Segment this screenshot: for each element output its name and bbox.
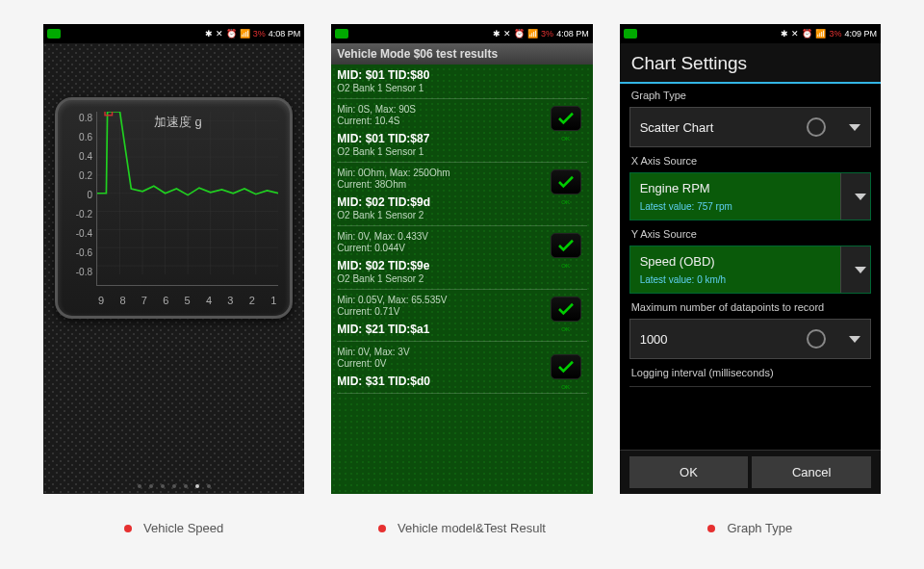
chevron-down-icon <box>855 267 866 273</box>
plot-area <box>96 112 278 286</box>
test-result-item[interactable]: MID: $21 TID:$a1Min: 0V, Max: 3VCurrent:… <box>337 319 586 371</box>
y-axis-value: Speed (OBD) <box>640 254 715 269</box>
alarm-icon: ⏰ <box>226 29 237 39</box>
page-dots[interactable] <box>43 484 304 488</box>
signal-icon: 📶 <box>527 29 538 39</box>
caption-text: Vehicle Speed <box>143 521 223 535</box>
battery-level: 3% <box>541 29 553 39</box>
max-points-label: Maximum number of datapoints to record <box>620 296 881 317</box>
bullet-icon <box>707 525 715 532</box>
max-points-value: 1000 <box>640 332 668 347</box>
graph-type-value: Scatter Chart <box>640 120 714 135</box>
bluetooth-icon: ✱ <box>205 29 213 39</box>
y-axis-latest: Latest value: 0 km/h <box>640 274 727 285</box>
alarm-icon: ⏰ <box>802 29 812 39</box>
phone-test-results: ✱ ✕ ⏰ 📶 3% 4:08 PM Vehicle Mode $06 test… <box>331 24 592 494</box>
screen-title: Vehicle Mode $06 test results <box>331 43 592 65</box>
mute-icon: ✕ <box>216 29 223 39</box>
status-bar: ✱ ✕ ⏰ 📶 3% 4:08 PM <box>43 24 304 43</box>
clock: 4:09 PM <box>844 29 877 39</box>
y-axis-labels: 0.80.60.40.20-0.2-0.4-0.6-0.8 <box>67 108 96 281</box>
caption-1: Vehicle Speed <box>43 521 304 535</box>
graph-type-select[interactable]: Scatter Chart <box>629 107 871 147</box>
app-icon <box>335 29 348 39</box>
x-axis-labels: 987654321 <box>98 295 276 306</box>
graph-type-label: Graph Type <box>620 84 881 105</box>
x-axis-label: X Axis Source <box>620 149 881 170</box>
battery-level: 3% <box>829 29 841 39</box>
app-icon <box>624 29 637 39</box>
test-result-list[interactable]: MID: $01 TID:$80O2 Bank 1 Sensor 1Min: 0… <box>331 65 592 401</box>
cancel-button[interactable]: Cancel <box>752 456 871 488</box>
app-icon <box>47 29 61 39</box>
caption-text: Vehicle model&Test Result <box>398 521 546 535</box>
battery-level: 3% <box>253 29 266 39</box>
phone-vehicle-speed: ✱ ✕ ⏰ 📶 3% 4:08 PM 加速度 g 0.80.60.40.20-0… <box>43 24 304 494</box>
caption-text: Graph Type <box>727 521 792 535</box>
caption-2: Vehicle model&Test Result <box>331 521 592 535</box>
mute-icon: ✕ <box>791 29 799 39</box>
clock: 4:08 PM <box>269 29 301 39</box>
dialog-title: Chart Settings <box>620 43 881 84</box>
test-result-item[interactable]: MID: $02 TID:$9eO2 Bank 1 Sensor 2Min: 0… <box>337 255 586 319</box>
chevron-down-icon <box>849 336 860 343</box>
mute-icon: ✕ <box>503 29 511 39</box>
test-result-item[interactable]: MID: $31 TID:$d0 <box>337 371 586 401</box>
chevron-down-icon <box>849 124 860 131</box>
radio-icon <box>807 117 826 137</box>
bluetooth-icon: ✱ <box>493 29 500 39</box>
ok-button[interactable]: OK <box>629 456 749 488</box>
x-axis-latest: Latest value: 757 rpm <box>640 201 732 212</box>
bullet-icon <box>378 525 386 532</box>
test-result-item[interactable]: MID: $02 TID:$9dO2 Bank 1 Sensor 2Min: 0… <box>337 192 586 255</box>
radio-icon <box>807 329 826 349</box>
x-axis-select[interactable]: Engine RPM Latest value: 757 rpm <box>629 172 871 220</box>
acceleration-chart: 加速度 g 0.80.60.40.20-0.2-0.4-0.6-0.8 9876… <box>55 97 293 319</box>
status-bar: ✱ ✕ ⏰ 📶 3% 4:09 PM <box>620 24 881 43</box>
test-result-item[interactable]: MID: $01 TID:$80O2 Bank 1 Sensor 1Min: 0… <box>337 65 586 128</box>
dialog-buttons: OK Cancel <box>620 450 881 494</box>
signal-icon: 📶 <box>240 29 250 39</box>
status-bar: ✱ ✕ ⏰ 📶 3% 4:08 PM <box>331 24 592 43</box>
test-result-item[interactable]: MID: $01 TID:$87O2 Bank 1 Sensor 1Min: 0… <box>337 128 586 192</box>
x-axis-value: Engine RPM <box>640 181 710 195</box>
y-axis-label: Y Axis Source <box>620 222 881 244</box>
bullet-icon <box>124 525 132 532</box>
y-axis-select[interactable]: Speed (OBD) Latest value: 0 km/h <box>629 246 871 294</box>
signal-icon: 📶 <box>815 29 826 39</box>
clock: 4:08 PM <box>556 29 589 39</box>
phone-chart-settings: ✱ ✕ ⏰ 📶 3% 4:09 PM Chart Settings Graph … <box>620 24 881 494</box>
caption-3: Graph Type <box>620 521 881 535</box>
bluetooth-icon: ✱ <box>781 29 788 39</box>
interval-label: Logging interval (milliseconds) <box>620 361 881 382</box>
chevron-down-icon <box>855 194 866 200</box>
max-points-select[interactable]: 1000 <box>629 319 871 359</box>
alarm-icon: ⏰ <box>514 29 525 39</box>
